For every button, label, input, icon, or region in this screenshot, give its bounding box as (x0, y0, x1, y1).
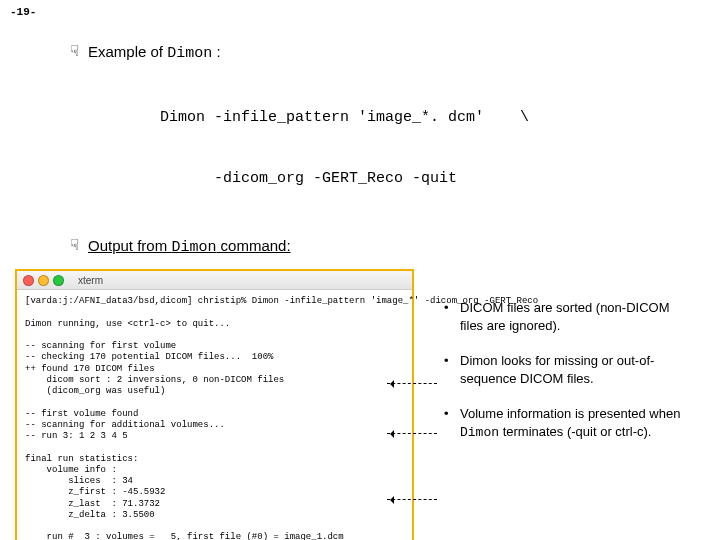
bullet-example: ☟ Example of Dimon : (70, 42, 700, 64)
bullet-example-text: Example of Dimon : (88, 42, 221, 64)
txt: Output from (88, 237, 171, 254)
terminal-title: xterm (78, 275, 103, 286)
txt: Dimon looks for missing or out-of-sequen… (460, 353, 654, 386)
pointer-icon: ☟ (70, 236, 88, 254)
terminal-output: [varda:j:/AFNI_data3/bsd,dicom] christip… (17, 290, 412, 540)
txt: command: (216, 237, 290, 254)
bullet-icon: • (444, 352, 460, 387)
note-item: • Volume information is presented when D… (444, 405, 690, 441)
bullet-output: ☟ Output from Dimon command: (70, 236, 700, 258)
note-text: Volume information is presented when Dim… (460, 405, 690, 441)
zoom-icon (53, 275, 64, 286)
slide-content: ☟ Example of Dimon : Dimon -infile_patte… (0, 0, 720, 540)
txt: Example of (88, 43, 167, 60)
terminal-titlebar: xterm (17, 271, 412, 290)
arrow-icon (387, 499, 437, 501)
arrow-icon (387, 383, 437, 385)
note-item: • Dimon looks for missing or out-of-sequ… (444, 352, 690, 387)
command-block: Dimon -infile_pattern 'image_*. dcm' \ -… (160, 68, 700, 230)
bullet-output-text: Output from Dimon command: (88, 236, 291, 258)
page-number: -19- (10, 6, 36, 18)
close-icon (23, 275, 34, 286)
note-text: Dimon looks for missing or out-of-sequen… (460, 352, 690, 387)
txt: Volume information is presented when (460, 406, 680, 421)
cmd-line-1: Dimon -infile_pattern 'image_*. dcm' \ (160, 108, 700, 128)
bullet-icon: • (444, 405, 460, 441)
code: Dimon (171, 239, 216, 256)
terminal-window: xterm [varda:j:/AFNI_data3/bsd,dicom] ch… (15, 269, 414, 540)
pointer-icon: ☟ (70, 42, 88, 60)
cmd-line-2: -dicom_org -GERT_Reco -quit (214, 169, 700, 189)
lower-area: xterm [varda:j:/AFNI_data3/bsd,dicom] ch… (70, 269, 700, 540)
minimize-icon (38, 275, 49, 286)
code: Dimon (460, 425, 499, 440)
arrow-icon (387, 433, 437, 435)
code: Dimon (167, 45, 212, 62)
txt: terminates (-quit or ctrl-c). (499, 424, 651, 439)
txt: : (212, 43, 220, 60)
